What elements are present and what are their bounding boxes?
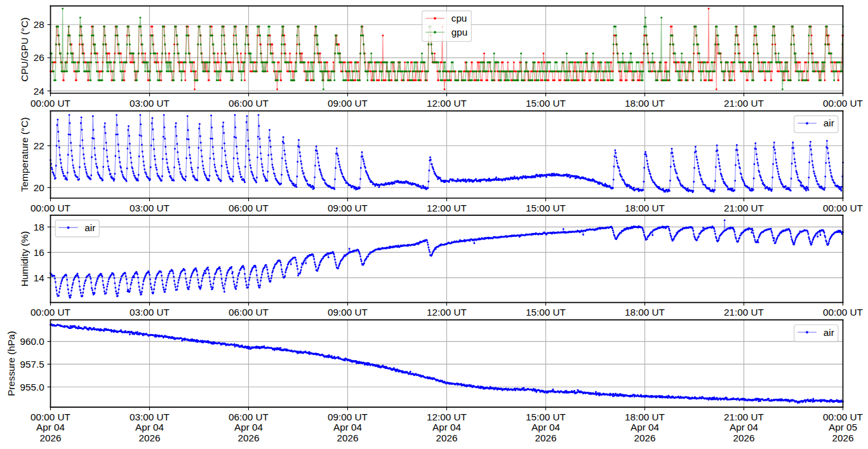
svg-text:21:00 UT: 21:00 UT xyxy=(724,98,764,109)
svg-text:CPU/GPU (°C): CPU/GPU (°C) xyxy=(19,18,30,82)
svg-text:gpu: gpu xyxy=(451,27,467,37)
svg-text:Apr 04: Apr 04 xyxy=(730,422,758,432)
svg-text:00:00 UT: 00:00 UT xyxy=(30,307,70,318)
svg-text:Apr 04: Apr 04 xyxy=(234,422,263,432)
svg-text:09:00 UT: 09:00 UT xyxy=(328,412,368,422)
svg-text:2026: 2026 xyxy=(733,432,755,443)
svg-text:2026: 2026 xyxy=(337,432,359,443)
svg-text:03:00 UT: 03:00 UT xyxy=(130,203,170,213)
svg-text:28: 28 xyxy=(34,19,44,30)
svg-text:22: 22 xyxy=(34,140,44,151)
svg-text:12:00 UT: 12:00 UT xyxy=(427,412,467,422)
svg-text:21:00 UT: 21:00 UT xyxy=(724,203,764,213)
svg-text:957.5: 957.5 xyxy=(20,359,44,370)
svg-text:00:00 UT: 00:00 UT xyxy=(823,412,863,422)
svg-text:00:00 UT: 00:00 UT xyxy=(823,98,863,109)
svg-text:16: 16 xyxy=(34,247,44,258)
svg-text:06:00 UT: 06:00 UT xyxy=(229,98,269,109)
svg-text:03:00 UT: 03:00 UT xyxy=(130,412,170,422)
svg-text:air: air xyxy=(824,327,834,338)
svg-text:Apr 04: Apr 04 xyxy=(135,422,164,432)
svg-text:06:00 UT: 06:00 UT xyxy=(229,307,269,318)
svg-text:14: 14 xyxy=(34,272,44,283)
svg-text:21:00 UT: 21:00 UT xyxy=(724,412,764,422)
svg-text:cpu: cpu xyxy=(451,13,467,23)
svg-text:15:00 UT: 15:00 UT xyxy=(526,98,566,109)
svg-text:12:00 UT: 12:00 UT xyxy=(427,307,467,318)
svg-text:2026: 2026 xyxy=(832,432,854,443)
svg-text:24: 24 xyxy=(34,86,44,97)
svg-text:955.0: 955.0 xyxy=(20,382,44,392)
svg-text:Apr 05: Apr 05 xyxy=(829,422,857,432)
svg-text:2026: 2026 xyxy=(139,432,161,443)
svg-text:12:00 UT: 12:00 UT xyxy=(427,203,467,213)
svg-text:Apr 04: Apr 04 xyxy=(631,422,659,432)
svg-text:2026: 2026 xyxy=(238,432,260,443)
svg-text:air: air xyxy=(824,117,834,128)
svg-text:18: 18 xyxy=(34,222,44,232)
svg-text:06:00 UT: 06:00 UT xyxy=(229,203,269,213)
svg-text:03:00 UT: 03:00 UT xyxy=(130,307,170,318)
svg-text:15:00 UT: 15:00 UT xyxy=(526,307,566,318)
svg-text:Temperature (°C): Temperature (°C) xyxy=(19,117,30,192)
svg-text:12:00 UT: 12:00 UT xyxy=(427,98,467,109)
svg-text:15:00 UT: 15:00 UT xyxy=(526,412,566,422)
svg-text:Apr 04: Apr 04 xyxy=(333,422,362,432)
svg-text:26: 26 xyxy=(34,52,44,63)
svg-text:Apr 04: Apr 04 xyxy=(36,422,65,432)
svg-text:00:00 UT: 00:00 UT xyxy=(823,307,863,318)
svg-text:06:00 UT: 06:00 UT xyxy=(229,412,269,422)
svg-text:2026: 2026 xyxy=(436,432,458,443)
svg-text:20: 20 xyxy=(34,182,44,193)
svg-text:18:00 UT: 18:00 UT xyxy=(625,412,665,422)
svg-text:960.0: 960.0 xyxy=(20,336,44,347)
svg-text:2026: 2026 xyxy=(634,432,656,443)
svg-text:Humidity (%): Humidity (%) xyxy=(19,231,30,286)
svg-text:00:00 UT: 00:00 UT xyxy=(30,412,70,422)
svg-text:18:00 UT: 18:00 UT xyxy=(625,98,665,109)
svg-text:00:00 UT: 00:00 UT xyxy=(30,98,70,109)
svg-text:09:00 UT: 09:00 UT xyxy=(328,98,368,109)
svg-text:18:00 UT: 18:00 UT xyxy=(625,203,665,213)
svg-text:Apr 04: Apr 04 xyxy=(432,422,461,432)
svg-text:Apr 04: Apr 04 xyxy=(531,422,560,432)
svg-text:09:00 UT: 09:00 UT xyxy=(328,307,368,318)
svg-text:15:00 UT: 15:00 UT xyxy=(526,203,566,213)
svg-text:2026: 2026 xyxy=(535,432,557,443)
svg-text:Pressure (hPa): Pressure (hPa) xyxy=(6,331,17,396)
svg-text:00:00 UT: 00:00 UT xyxy=(823,203,863,213)
svg-text:09:00 UT: 09:00 UT xyxy=(328,203,368,213)
svg-text:air: air xyxy=(84,222,95,233)
svg-text:2026: 2026 xyxy=(40,432,62,443)
svg-text:21:00 UT: 21:00 UT xyxy=(724,307,764,318)
svg-text:00:00 UT: 00:00 UT xyxy=(30,203,70,213)
svg-text:18:00 UT: 18:00 UT xyxy=(625,307,665,318)
svg-text:03:00 UT: 03:00 UT xyxy=(130,98,170,109)
